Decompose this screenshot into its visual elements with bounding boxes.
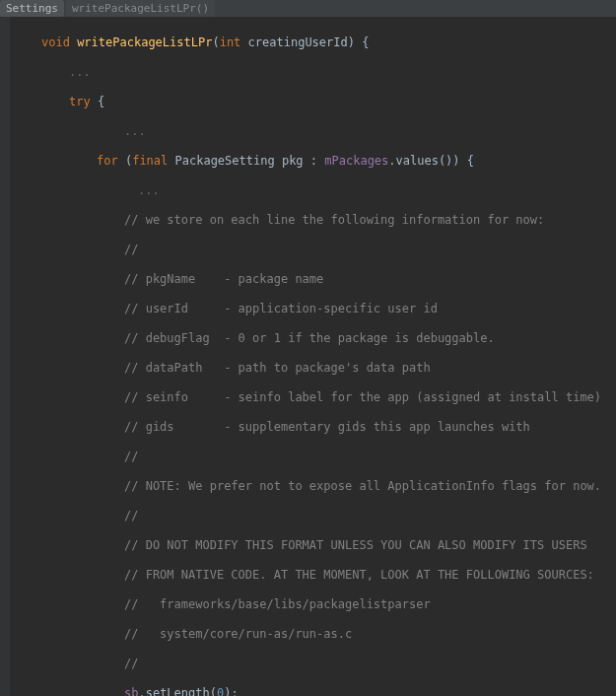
comment: // [14,243,616,257]
stmt: sb.setLength(0); [14,686,616,696]
fold-marker[interactable]: ... [14,124,616,139]
code-editor[interactable]: void writePackageListLPr(int creatingUse… [0,17,616,696]
gutter [0,17,10,696]
comment: // we store on each line the following i… [14,213,616,228]
comment: // seinfo - seinfo label for the app (as… [14,390,616,405]
comment: // frameworks/base/libs/packagelistparse… [14,597,616,612]
fold-marker[interactable]: ... [14,183,616,198]
comment: // [14,450,616,464]
fold-marker[interactable]: ... [14,65,616,80]
comment: // debugFlag - 0 or 1 if the package is … [14,331,616,346]
comment: // system/core/run-as/run-as.c [14,627,616,642]
breadcrumb-method[interactable]: writePackageListLPr() [66,0,215,17]
comment: // [14,509,616,523]
comment: // [14,657,616,671]
comment: // pkgName - package name [14,272,616,287]
comment: // userId - application-specific user id [14,302,616,316]
comment: // DO NOT MODIFY THIS FORMAT UNLESS YOU … [14,538,616,553]
breadcrumb-class[interactable]: Settings [0,0,64,17]
try-stmt: try { [14,95,616,109]
method-signature: void writePackageListLPr(int creatingUse… [14,35,616,50]
comment: // FROM NATIVE CODE. AT THE MOMENT, LOOK… [14,568,616,583]
breadcrumb: Settings writePackageListLPr() [0,0,616,17]
for-loop: for (final PackageSetting pkg : mPackage… [14,154,616,169]
comment: // NOTE: We prefer not to expose all App… [14,479,616,494]
comment: // gids - supplementary gids this app la… [14,420,616,435]
comment: // dataPath - path to package's data pat… [14,361,616,376]
